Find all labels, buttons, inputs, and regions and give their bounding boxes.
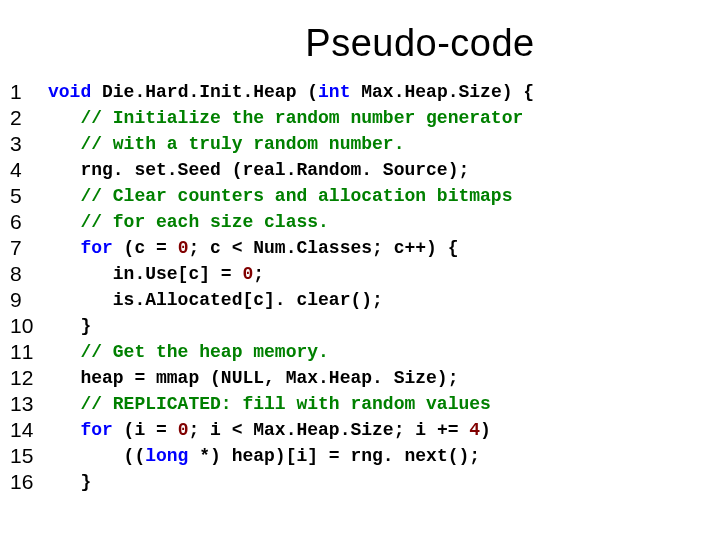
code-text: in.Use[c] = xyxy=(48,264,242,284)
code-text: (i = xyxy=(113,420,178,440)
line-number: 6 xyxy=(10,209,40,235)
slide-title: Pseudo-code xyxy=(0,0,720,77)
code-text: ; xyxy=(253,264,264,284)
line-number: 2 xyxy=(10,105,40,131)
code-block: 1 2 3 4 5 6 7 8 9 10 11 12 13 14 15 16 v… xyxy=(0,77,720,495)
line-number: 16 xyxy=(10,469,40,495)
line-number: 15 xyxy=(10,443,40,469)
code-line: } xyxy=(48,313,534,339)
comment: // for each size class. xyxy=(48,212,329,232)
code-line: // with a truly random number. xyxy=(48,131,534,157)
number-literal: 0 xyxy=(242,264,253,284)
code-text: (( xyxy=(48,446,145,466)
line-number: 7 xyxy=(10,235,40,261)
indent xyxy=(48,420,80,440)
line-number: 3 xyxy=(10,131,40,157)
keyword: void xyxy=(48,82,91,102)
line-number: 10 xyxy=(10,313,40,339)
comment: // with a truly random number. xyxy=(48,134,404,154)
code-text: Max.Heap.Size) { xyxy=(350,82,534,102)
code-line: // Initialize the random number generato… xyxy=(48,105,534,131)
code-text: *) heap)[i] = rng. next(); xyxy=(188,446,480,466)
code-text: (c = xyxy=(113,238,178,258)
code-line: void Die.Hard.Init.Heap (int Max.Heap.Si… xyxy=(48,79,534,105)
line-number: 14 xyxy=(10,417,40,443)
code-line: ((long *) heap)[i] = rng. next(); xyxy=(48,443,534,469)
line-number: 12 xyxy=(10,365,40,391)
comment: // Initialize the random number generato… xyxy=(48,108,523,128)
keyword: for xyxy=(80,238,112,258)
code-text: ) xyxy=(480,420,491,440)
indent xyxy=(48,238,80,258)
number-literal: 4 xyxy=(469,420,480,440)
code-line: // Get the heap memory. xyxy=(48,339,534,365)
code-text: heap = mmap (NULL, Max.Heap. Size); xyxy=(48,368,458,388)
number-literal: 0 xyxy=(178,238,189,258)
line-number: 4 xyxy=(10,157,40,183)
line-number: 9 xyxy=(10,287,40,313)
code-line: for (i = 0; i < Max.Heap.Size; i += 4) xyxy=(48,417,534,443)
code-line: is.Allocated[c]. clear(); xyxy=(48,287,534,313)
code-text: } xyxy=(48,472,91,492)
code-text: rng. set.Seed (real.Random. Source); xyxy=(48,160,469,180)
code-text: ; c < Num.Classes; c++) { xyxy=(188,238,458,258)
comment: // Get the heap memory. xyxy=(48,342,329,362)
keyword: for xyxy=(80,420,112,440)
line-number: 11 xyxy=(10,339,40,365)
code-text: Die.Hard.Init.Heap ( xyxy=(91,82,318,102)
code-line: for (c = 0; c < Num.Classes; c++) { xyxy=(48,235,534,261)
line-number: 1 xyxy=(10,79,40,105)
code-line: heap = mmap (NULL, Max.Heap. Size); xyxy=(48,365,534,391)
code-text: ; i < Max.Heap.Size; i += xyxy=(188,420,469,440)
code-line: // REPLICATED: fill with random values xyxy=(48,391,534,417)
line-number: 5 xyxy=(10,183,40,209)
code-line: // Clear counters and allocation bitmaps xyxy=(48,183,534,209)
code-line: rng. set.Seed (real.Random. Source); xyxy=(48,157,534,183)
code-line: // for each size class. xyxy=(48,209,534,235)
code-line: in.Use[c] = 0; xyxy=(48,261,534,287)
code-text: } xyxy=(48,316,91,336)
keyword: int xyxy=(318,82,350,102)
code-content: void Die.Hard.Init.Heap (int Max.Heap.Si… xyxy=(40,77,534,495)
comment: // REPLICATED: fill with random values xyxy=(48,394,491,414)
line-number: 8 xyxy=(10,261,40,287)
line-number: 13 xyxy=(10,391,40,417)
code-line: } xyxy=(48,469,534,495)
comment: // Clear counters and allocation bitmaps xyxy=(48,186,512,206)
keyword: long xyxy=(145,446,188,466)
line-number-gutter: 1 2 3 4 5 6 7 8 9 10 11 12 13 14 15 16 xyxy=(10,77,40,495)
number-literal: 0 xyxy=(178,420,189,440)
code-text: is.Allocated[c]. clear(); xyxy=(48,290,383,310)
